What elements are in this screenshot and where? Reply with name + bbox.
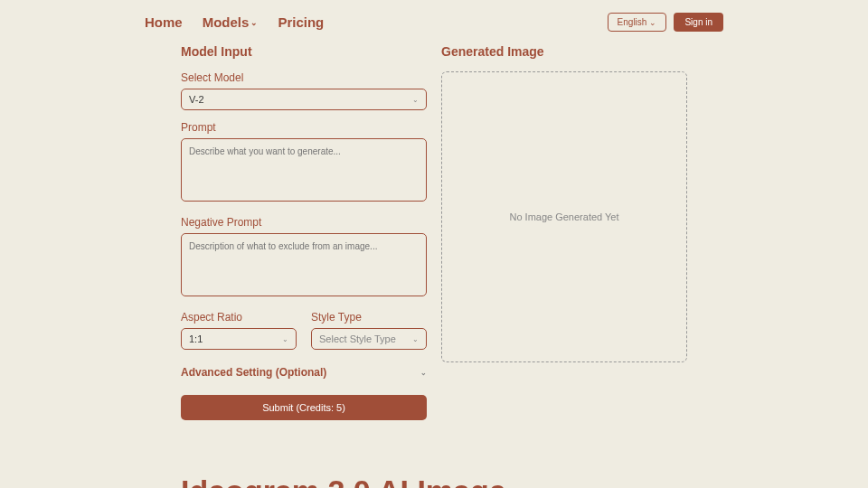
chevron-down-icon: ⌄ [412,96,419,104]
header-actions: English ⌄ Sign in [608,13,723,32]
select-model-dropdown[interactable]: V-2 ⌄ [181,89,427,110]
aspect-style-row: Aspect Ratio 1:1 ⌄ Style Type Select Sty… [181,311,427,350]
hero-title: Ideogram 2.0 AI Image Generator [181,474,542,488]
chevron-down-icon: ⌄ [420,369,427,377]
nav-home[interactable]: Home [145,14,183,30]
chevron-down-icon: ⌄ [412,335,419,343]
signin-button[interactable]: Sign in [674,13,723,32]
style-type-label: Style Type [311,311,427,324]
nav-models[interactable]: Models ⌄ [203,14,259,30]
header: Home Models ⌄ Pricing English ⌄ Sign in [0,0,868,44]
nav-pricing[interactable]: Pricing [278,14,324,30]
negative-prompt-label: Negative Prompt [181,216,427,229]
advanced-settings-toggle[interactable]: Advanced Setting (Optional) ⌄ [181,361,427,384]
generated-image-panel: Generated Image No Image Generated Yet [441,44,687,420]
nav-models-label: Models [203,14,250,30]
negative-prompt-input[interactable] [181,233,427,296]
no-image-text: No Image Generated Yet [509,211,618,222]
image-output-box: No Image Generated Yet [441,71,687,362]
chevron-down-icon: ⌄ [649,18,656,27]
aspect-ratio-value: 1:1 [189,333,203,344]
hero-section: Ideogram 2.0 AI Image Generator [0,420,868,488]
chevron-down-icon: ⌄ [282,335,288,343]
main-content: Model Input Select Model V-2 ⌄ Prompt Ne… [0,44,868,420]
language-label: English [618,17,647,27]
style-type-dropdown[interactable]: Select Style Type ⌄ [311,328,427,350]
prompt-input[interactable] [181,138,427,202]
select-model-label: Select Model [181,71,427,84]
chevron-down-icon: ⌄ [250,18,258,27]
aspect-ratio-dropdown[interactable]: 1:1 ⌄ [181,328,297,350]
style-type-placeholder: Select Style Type [319,333,396,344]
generated-image-title: Generated Image [441,44,687,59]
model-input-panel: Model Input Select Model V-2 ⌄ Prompt Ne… [181,44,427,420]
language-button[interactable]: English ⌄ [608,13,667,32]
submit-button[interactable]: Submit (Credits: 5) [181,395,427,420]
prompt-label: Prompt [181,121,427,134]
advanced-settings-label: Advanced Setting (Optional) [181,366,326,379]
main-nav: Home Models ⌄ Pricing [145,14,324,30]
aspect-ratio-label: Aspect Ratio [181,311,297,324]
model-input-title: Model Input [181,44,427,59]
select-model-value: V-2 [189,94,204,105]
